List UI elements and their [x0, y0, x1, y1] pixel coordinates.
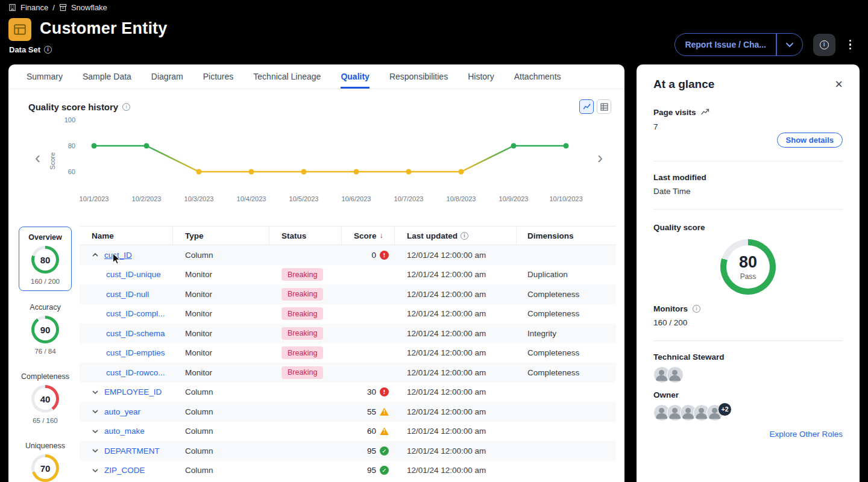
at-a-glance-panel: At a glance × Page visits 7 Show details…: [637, 64, 860, 482]
chart-point[interactable]: [354, 169, 359, 175]
column-header-score[interactable]: Score↓: [342, 227, 395, 245]
type-cell: Column: [173, 251, 269, 260]
quality-history-chart: 100806010/1/202310/2/202310/3/202310/4/2…: [60, 113, 603, 206]
asset-link[interactable]: cust_ID-rowco...: [106, 368, 165, 377]
chart-point[interactable]: [511, 143, 517, 149]
chevron-down-icon[interactable]: [92, 467, 99, 474]
score-card-overview[interactable]: Overview80160 / 200: [19, 227, 72, 291]
chart-point[interactable]: [144, 143, 149, 149]
report-issue-button[interactable]: Report Issue / Cha...: [675, 33, 802, 56]
type-cell: Column: [173, 427, 269, 436]
tab-responsibilities[interactable]: Responsibilities: [389, 64, 448, 89]
chart-point[interactable]: [459, 169, 464, 175]
chart-view-button[interactable]: [579, 99, 594, 114]
asset-link[interactable]: auto_make: [104, 427, 145, 436]
close-icon[interactable]: ×: [835, 78, 843, 91]
tab-sample-data[interactable]: Sample Data: [83, 64, 131, 89]
owner-avatars: +2: [653, 404, 843, 421]
chart-point[interactable]: [564, 143, 569, 149]
score-card-uniqueness[interactable]: Uniqueness7063 / 90: [19, 436, 72, 482]
show-details-button[interactable]: Show details: [777, 133, 843, 148]
type-cell: Monitor: [173, 348, 269, 357]
name-cell: cust_ID-unique: [80, 270, 173, 279]
panel-title: At a glance: [653, 78, 714, 91]
tab-technical-lineage[interactable]: Technical Lineage: [253, 64, 321, 89]
asset-link[interactable]: DEPARTMENT: [104, 446, 160, 455]
table-row: cust_ID-uniqueMonitorBreaking12/01/24 12…: [80, 265, 616, 285]
name-cell: DEPARTMENT: [80, 446, 173, 455]
column-header-name[interactable]: Name: [80, 227, 173, 245]
column-header-dimensions[interactable]: Dimensions: [517, 227, 616, 245]
column-header-label: Dimensions: [527, 231, 574, 240]
asset-link[interactable]: cust_ID-null: [106, 290, 149, 299]
dimension-cell: Duplication: [517, 270, 616, 279]
sort-icon[interactable]: ↓: [380, 231, 383, 240]
type-cell: Monitor: [173, 309, 269, 318]
chevron-down-icon[interactable]: [777, 33, 802, 56]
asset-link[interactable]: cust_ID: [104, 251, 132, 260]
chart-point[interactable]: [249, 169, 254, 175]
chevron-up-icon[interactable]: [92, 251, 99, 258]
last-updated-cell: 12/01/24 12:00:00 am: [395, 251, 517, 260]
y-tick-label: 80: [68, 142, 75, 149]
column-header-last-updated[interactable]: Last updatedi: [395, 227, 517, 245]
tab-attachments[interactable]: Attachments: [514, 64, 561, 89]
table-view-button[interactable]: [597, 99, 611, 114]
tab-summary[interactable]: Summary: [27, 64, 63, 89]
dimension-cell: Completeness: [517, 309, 616, 318]
avatar-overflow-badge[interactable]: +2: [719, 403, 731, 416]
info-icon[interactable]: i: [122, 103, 130, 111]
gauge-value: 90: [40, 325, 51, 335]
column-header-status[interactable]: Status: [269, 227, 342, 245]
chart-point[interactable]: [197, 169, 202, 175]
chart-point[interactable]: [406, 169, 412, 175]
chart-line: [146, 146, 199, 172]
tab-history[interactable]: History: [468, 64, 494, 89]
dimension-cell: Completeness: [517, 290, 616, 299]
tab-pictures[interactable]: Pictures: [203, 64, 234, 89]
chevron-down-icon[interactable]: [92, 428, 99, 435]
asset-link[interactable]: EMPLOYEE_ID: [104, 387, 162, 396]
status-cell: Breaking: [269, 288, 342, 301]
column-header-type[interactable]: Type: [173, 227, 269, 245]
score-card-completeness[interactable]: Completeness4065 / 160: [19, 366, 72, 430]
tab-quality[interactable]: Quality: [341, 64, 369, 89]
asset-link[interactable]: cust_ID-empties: [106, 348, 165, 357]
chevron-down-icon[interactable]: [92, 389, 99, 396]
asset-link[interactable]: cust_ID-unique: [106, 270, 161, 279]
last-updated-cell: 12/01/24 12:00:00 am: [395, 407, 517, 416]
header-actions: Report Issue / Cha... i: [675, 33, 855, 56]
avatar[interactable]: [667, 366, 684, 383]
name-cell: auto_year: [80, 407, 173, 416]
table-row: auto_yearColumn55!12/01/24 12:00:00 am: [80, 402, 616, 422]
score-card-accuracy[interactable]: Accuracy9076 / 84: [19, 297, 72, 360]
error-icon: !: [380, 251, 389, 260]
last-updated-cell: 12/01/24 12:00:00 am: [395, 348, 517, 357]
chevron-down-icon[interactable]: [92, 408, 99, 415]
info-button[interactable]: i: [813, 34, 835, 56]
kebab-menu[interactable]: [846, 37, 855, 52]
chart-next-button[interactable]: ›: [597, 150, 603, 166]
chart-point[interactable]: [92, 143, 97, 149]
info-icon[interactable]: i: [693, 305, 700, 313]
technical-steward-avatars: [653, 366, 843, 383]
asset-link[interactable]: ZIP_CODE: [104, 466, 145, 475]
info-icon[interactable]: i: [44, 46, 52, 54]
chart-point[interactable]: [301, 169, 307, 175]
score-value: 30: [367, 387, 376, 396]
breadcrumb-finance[interactable]: Finance: [20, 3, 48, 12]
explore-other-roles-link[interactable]: Explore Other Roles: [769, 430, 843, 439]
info-icon[interactable]: i: [461, 232, 468, 240]
name-cell: cust_ID-empties: [80, 348, 173, 357]
chart-prev-button[interactable]: ‹: [35, 150, 40, 166]
y-axis-label: Score: [49, 151, 56, 171]
asset-link[interactable]: cust_ID-compl...: [106, 309, 165, 318]
breadcrumb-snowflake[interactable]: Snowflake: [71, 3, 107, 12]
tab-diagram[interactable]: Diagram: [151, 64, 183, 89]
x-tick-label: 10/5/2023: [289, 195, 319, 202]
type-cell: Column: [173, 407, 269, 416]
asset-link[interactable]: cust_ID-schema: [106, 329, 165, 338]
chevron-down-icon[interactable]: [92, 447, 99, 454]
score-cell: 95✓: [342, 446, 395, 455]
asset-link[interactable]: auto_year: [104, 407, 140, 416]
